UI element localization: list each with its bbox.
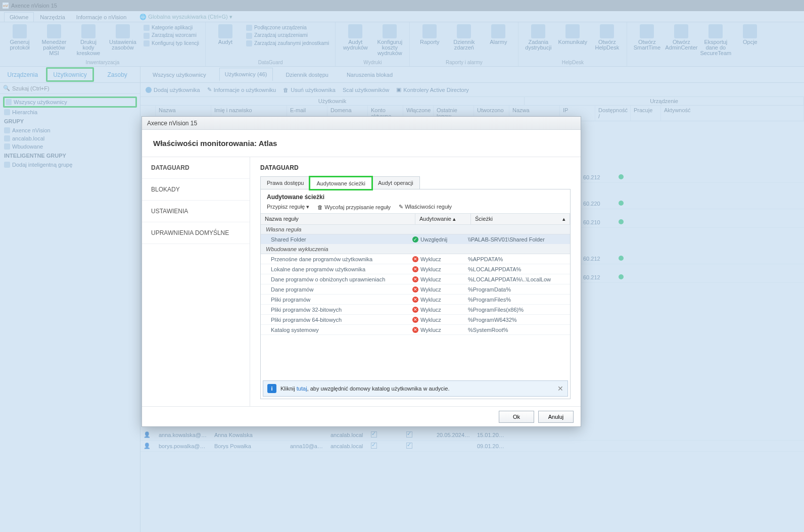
col-auditing[interactable]: Audytowanie ▴ bbox=[415, 214, 471, 224]
subtab-access-log[interactable]: Dziennik dostępu bbox=[281, 69, 334, 81]
print-costs-button[interactable]: Konfiguruj koszty wydruków bbox=[375, 24, 404, 56]
add-user-button[interactable]: Dodaj użytkownika bbox=[146, 87, 200, 93]
msi-manager-button[interactable]: Menedżer pakietów MSI bbox=[39, 24, 69, 56]
options-button[interactable]: Opcje bbox=[735, 24, 765, 45]
rule-path: %LOCALAPPDATA% bbox=[468, 266, 570, 272]
nav-item-locks[interactable]: BLOKADY bbox=[142, 179, 250, 201]
connected-devices-link[interactable]: Podłączone urządzenia bbox=[245, 24, 330, 31]
checkbox[interactable] bbox=[406, 431, 412, 438]
gen-protocol-button[interactable]: Generuj protokół bbox=[5, 24, 34, 51]
tree-hierarchy[interactable]: Hierarchia bbox=[3, 108, 137, 116]
delete-user-button[interactable]: 🗑Usuń użytkownika bbox=[283, 87, 336, 93]
manage-patterns-link[interactable]: Zarządzaj wzorcami bbox=[143, 32, 200, 39]
shield-icon bbox=[218, 24, 232, 38]
tree-group-axence[interactable]: Axence nVision bbox=[3, 126, 137, 134]
tree-all-users[interactable]: Wszyscy użytkownicy bbox=[3, 96, 137, 108]
status-dot-icon bbox=[619, 201, 624, 206]
reports-button[interactable]: Raporty bbox=[415, 24, 444, 45]
nav-item-settings[interactable]: USTAWIENIA bbox=[142, 201, 250, 222]
rule-row[interactable]: Pliki programów 32-bitowych ✕Wyklucz %Pr… bbox=[261, 305, 570, 315]
rule-properties-button[interactable]: ✎ Właściwości reguły bbox=[399, 204, 452, 210]
checkbox[interactable] bbox=[406, 443, 412, 449]
rule-row[interactable]: Katalog systemowy ✕Wyklucz %SystemRoot% bbox=[261, 325, 570, 335]
search-row[interactable]: 🔍 bbox=[0, 83, 140, 94]
ad-controllers-button[interactable]: ▣Kontrolery Active Directory bbox=[396, 86, 469, 93]
rule-row[interactable]: Shared Folder ✓Uwzględnij \\PALAB-SRV01\… bbox=[261, 234, 570, 245]
hierarchy-icon bbox=[4, 109, 10, 115]
col-rule-name[interactable]: Nazwa reguły bbox=[261, 214, 415, 224]
app-categories-link[interactable]: Kategorie aplikacji bbox=[143, 24, 200, 31]
open-smarttime-button[interactable]: Otwórz SmartTime bbox=[632, 24, 661, 51]
ribbon-tab-main[interactable]: Główne bbox=[4, 12, 34, 22]
nav-assets[interactable]: Zasoby bbox=[94, 67, 140, 82]
table-row[interactable]: 👤 anna.kowalska@ancal... Anna Kowalska a… bbox=[140, 429, 804, 441]
search-input[interactable] bbox=[12, 85, 137, 91]
open-helpdesk-button[interactable]: Otwórz HelpDesk bbox=[592, 24, 622, 51]
info-bar: i Kliknij tutaj, aby uwzględnić domowy k… bbox=[263, 380, 568, 397]
user-info-button[interactable]: ✎Informacje o użytkowniku bbox=[207, 86, 276, 93]
audit-button[interactable]: Audyt bbox=[211, 24, 240, 45]
tab-audited-paths[interactable]: Audytowane ścieżki bbox=[310, 177, 372, 189]
dialog-heading: Właściwości monitorowania: Atlas bbox=[142, 130, 581, 157]
assign-rule-button[interactable]: Przypisz regułę ▾ bbox=[267, 204, 309, 210]
group-label: HelpDesk bbox=[524, 59, 622, 65]
rule-row[interactable]: Przenośne dane programów użytkownika ✕Wy… bbox=[261, 254, 570, 264]
ribbon-tab-tools[interactable]: Narzędzia bbox=[35, 13, 70, 22]
dialog-titlebar: Axence nVision 15 bbox=[142, 117, 581, 130]
open-admincenter-button[interactable]: Otwórz AdminCenter bbox=[667, 24, 696, 51]
panel-title: DATAGUARD bbox=[260, 164, 571, 171]
tab-access-rights[interactable]: Prawa dostępu bbox=[260, 176, 310, 189]
alarms-button[interactable]: Alarmy bbox=[484, 24, 513, 45]
rule-row[interactable]: Pliki programów ✕Wyklucz %ProgramFiles% bbox=[261, 295, 570, 305]
nav-item-dataguard[interactable]: DATAGUARD bbox=[142, 157, 250, 179]
info-link[interactable]: tutaj bbox=[297, 385, 307, 392]
merge-users-button[interactable]: Scal użytkowników bbox=[343, 87, 389, 93]
trash-icon: 🗑 bbox=[317, 204, 323, 210]
export-secureteam-button[interactable]: Eksportuj dane do SecureTeam bbox=[701, 24, 730, 56]
subtab-users-count[interactable]: Użytkownicy (46) bbox=[219, 68, 273, 81]
checkbox[interactable] bbox=[371, 443, 377, 449]
asset-settings-button[interactable]: Ustawienia zasobów bbox=[108, 24, 137, 51]
withdraw-rule-button[interactable]: 🗑 Wycofaj przypisanie reguły bbox=[317, 204, 391, 210]
global-search[interactable]: 🌐 Globalna wyszukiwarka (Ctrl+G) ▾ bbox=[135, 12, 237, 22]
col-paths[interactable]: Ścieżki ▴ bbox=[471, 214, 570, 224]
rule-row[interactable]: Pliki programów 64-bitowych ✕Wyklucz %Pr… bbox=[261, 315, 570, 325]
printer-icon bbox=[348, 24, 362, 38]
section-own-rule: Własna reguła bbox=[261, 225, 570, 234]
tree-group-builtin[interactable]: Wbudowane bbox=[3, 142, 137, 151]
col-activity[interactable]: Aktywność bbox=[661, 106, 804, 121]
close-info-button[interactable]: ✕ bbox=[557, 384, 563, 393]
subtab-all-users[interactable]: Wszyscy użytkownicy bbox=[148, 69, 211, 81]
messages-button[interactable]: Komunikaty bbox=[558, 24, 587, 45]
rule-row[interactable]: Dane programów o obniżonych uprawnieniac… bbox=[261, 274, 570, 284]
subtab-lock-violations[interactable]: Naruszenia blokad bbox=[342, 69, 398, 81]
nav-devices[interactable]: Urządzenia bbox=[0, 67, 45, 82]
ok-button[interactable]: Ok bbox=[499, 411, 534, 423]
rule-name: Lokalne dane programów użytkownika bbox=[261, 266, 412, 272]
tree-group-ancalab[interactable]: ancalab.local bbox=[3, 134, 137, 142]
tree-add-smart-group[interactable]: Dodaj inteligentną grupę bbox=[3, 161, 137, 169]
nav-users[interactable]: Użytkownicy bbox=[46, 67, 94, 82]
nav-item-default-permissions[interactable]: UPRAWNIENIA DOMYŚLNE bbox=[142, 222, 250, 244]
col-availability[interactable]: Dostępność / bbox=[595, 106, 631, 121]
print-audit-button[interactable]: Audyt wydruków bbox=[341, 24, 370, 51]
table-row[interactable]: 👤 borys.powalka@ancal... Borys Powałka a… bbox=[140, 441, 804, 452]
tree-group-header: GRUPY bbox=[3, 116, 137, 126]
checkbox[interactable] bbox=[371, 431, 377, 438]
tab-operation-audit[interactable]: Audyt operacji bbox=[371, 176, 420, 189]
sort-asc-icon: ▴ bbox=[562, 216, 565, 222]
event-log-button[interactable]: Dziennik zdarzeń bbox=[449, 24, 479, 51]
rule-row[interactable]: Lokalne dane programów użytkownika ✕Wykl… bbox=[261, 264, 570, 274]
ribbon-tab-about[interactable]: Informacje o nVision bbox=[71, 13, 131, 22]
dialog-nav: DATAGUARD BLOKADY USTAWIENIA UPRAWNIENIA… bbox=[142, 157, 250, 406]
trusted-units-link[interactable]: Zarządzaj zaufanymi jednostkami bbox=[245, 40, 330, 47]
manage-devices-link[interactable]: Zarządzaj urządzeniami bbox=[245, 32, 330, 39]
print-barcodes-button[interactable]: Drukuj kody kreskowe bbox=[74, 24, 103, 56]
cancel-button[interactable]: Anuluj bbox=[538, 411, 574, 423]
col-working[interactable]: Pracuje bbox=[631, 106, 661, 121]
dist-tasks-button[interactable]: Zadania dystrybucji bbox=[524, 24, 553, 51]
trust-icon bbox=[246, 40, 252, 46]
app-logo-icon: nV bbox=[2, 2, 9, 9]
rule-row[interactable]: Dane programów ✕Wyklucz %ProgramData% bbox=[261, 284, 570, 295]
license-type-link[interactable]: Konfiguruj typ licencji bbox=[143, 40, 200, 47]
